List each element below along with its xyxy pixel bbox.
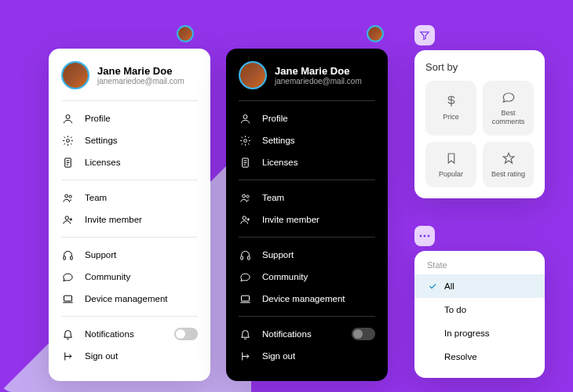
menu-item-signout[interactable]: Sign out	[49, 345, 210, 367]
laptop-icon	[61, 292, 74, 305]
menu-item-settings[interactable]: Settings	[226, 129, 388, 151]
menu-item-support[interactable]: Support	[49, 244, 210, 266]
svg-point-0	[66, 114, 70, 118]
state-option-label: In progress	[444, 328, 490, 338]
menu-item-licenses[interactable]: Licenses	[226, 151, 388, 173]
state-option-label: Resolve	[444, 352, 477, 361]
menu-item-notifications[interactable]: Notifications	[49, 323, 210, 345]
more-button[interactable]	[414, 226, 435, 246]
chat-icon	[502, 90, 516, 104]
menu-item-support[interactable]: Support	[226, 244, 388, 266]
svg-point-13	[246, 195, 249, 198]
menu-item-label: Device management	[262, 294, 375, 303]
user-email: janemariedoe@mail.com	[97, 77, 184, 85]
menu-item-label: Support	[262, 250, 375, 260]
check-icon	[427, 351, 438, 362]
avatar-trigger-dark[interactable]	[367, 25, 384, 42]
menu-item-label: Team	[262, 193, 375, 202]
sort-option-label: Best comments	[487, 109, 529, 126]
state-option-todo[interactable]: To do	[414, 298, 545, 321]
menu-item-invite[interactable]: Invite member	[49, 209, 210, 230]
notifications-toggle[interactable]	[352, 328, 375, 340]
avatar-trigger-light[interactable]	[177, 25, 194, 42]
svg-point-20	[428, 235, 430, 238]
menu-item-label: Notifications	[85, 329, 174, 339]
menu-item-label: Profile	[85, 114, 198, 123]
headphones-icon	[61, 249, 74, 261]
menu-item-label: Support	[85, 250, 198, 260]
state-option-resolve[interactable]: Resolve	[414, 345, 545, 368]
menu-item-licenses[interactable]: Licenses	[49, 151, 210, 173]
document-icon	[239, 156, 251, 169]
check-icon	[427, 304, 438, 315]
menu-header: Jane Marie Doejanemariedoe@mail.com	[49, 61, 210, 100]
state-option-inprogress[interactable]: In progress	[414, 321, 545, 345]
svg-rect-15	[240, 256, 243, 259]
state-title: State	[414, 260, 545, 274]
svg-point-10	[243, 139, 246, 142]
svg-rect-8	[64, 296, 71, 301]
filter-button[interactable]	[414, 25, 435, 45]
user-icon	[239, 112, 251, 125]
user-name: Jane Marie Doe	[275, 65, 362, 77]
svg-point-3	[64, 194, 68, 198]
users-icon	[61, 191, 74, 204]
bookmark-icon	[444, 151, 458, 165]
user-menu-dark: Jane Marie Doejanemariedoe@mail.comProfi…	[226, 49, 388, 381]
check-icon	[427, 281, 438, 292]
menu-item-settings[interactable]: Settings	[49, 129, 210, 151]
sort-option-comments[interactable]: Best comments	[483, 81, 534, 136]
menu-item-label: Notifications	[262, 329, 352, 339]
state-panel: State AllTo doIn progressResolve	[414, 251, 545, 378]
menu-item-label: Settings	[262, 136, 375, 145]
menu-item-label: Settings	[85, 136, 198, 145]
menu-item-invite[interactable]: Invite member	[226, 209, 388, 230]
dollar-icon	[444, 94, 458, 108]
menu-item-signout[interactable]: Sign out	[226, 345, 388, 367]
star-icon	[502, 151, 516, 165]
menu-item-label: Team	[85, 193, 198, 202]
sort-option-label: Popular	[439, 170, 463, 179]
chat-icon	[239, 270, 251, 283]
menu-item-team[interactable]: Team	[226, 187, 388, 209]
user-plus-icon	[61, 213, 74, 226]
notifications-toggle[interactable]	[174, 328, 198, 340]
state-option-all[interactable]: All	[414, 274, 545, 298]
menu-item-label: Sign out	[262, 351, 375, 361]
user-menu-light: Jane Marie Doejanemariedoe@mail.comProfi…	[49, 49, 210, 381]
menu-item-profile[interactable]: Profile	[226, 107, 388, 129]
menu-item-label: Profile	[262, 114, 375, 123]
menu-header: Jane Marie Doejanemariedoe@mail.com	[226, 61, 388, 100]
menu-item-community[interactable]: Community	[49, 266, 210, 288]
svg-point-12	[242, 194, 245, 198]
sort-option-label: Best rating	[491, 170, 525, 179]
svg-point-19	[424, 235, 426, 238]
menu-item-team[interactable]: Team	[49, 187, 210, 209]
menu-item-profile[interactable]: Profile	[49, 107, 210, 129]
sort-option-price[interactable]: Price	[425, 81, 476, 136]
sort-panel: Sort by PriceBest commentsPopularBest ra…	[414, 50, 545, 198]
menu-item-label: Invite member	[85, 215, 198, 224]
gear-icon	[61, 134, 74, 147]
headphones-icon	[239, 249, 251, 261]
sort-option-rating[interactable]: Best rating	[483, 142, 534, 188]
svg-point-18	[420, 235, 422, 238]
menu-item-label: Licenses	[262, 158, 375, 167]
logout-icon	[61, 350, 74, 362]
svg-rect-17	[241, 296, 249, 301]
state-option-label: To do	[444, 305, 466, 314]
gear-icon	[239, 134, 251, 147]
svg-point-1	[66, 139, 69, 142]
menu-item-label: Community	[262, 272, 375, 281]
document-icon	[61, 156, 74, 169]
svg-point-9	[243, 114, 247, 118]
menu-item-community[interactable]: Community	[226, 266, 388, 288]
menu-item-devices[interactable]: Device management	[49, 288, 210, 310]
svg-point-14	[243, 216, 246, 219]
user-plus-icon	[239, 213, 251, 226]
menu-item-devices[interactable]: Device management	[226, 288, 388, 310]
menu-item-label: Sign out	[85, 351, 198, 361]
svg-rect-16	[247, 256, 250, 259]
menu-item-notifications[interactable]: Notifications	[226, 323, 388, 345]
sort-option-popular[interactable]: Popular	[425, 142, 476, 188]
